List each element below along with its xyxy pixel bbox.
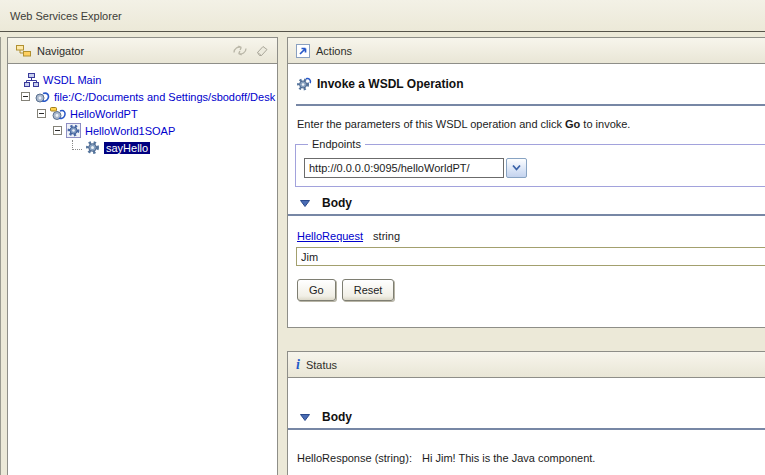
- tree-branch-connector: [72, 140, 82, 150]
- collapse-expander-icon[interactable]: [37, 109, 46, 118]
- window-titlebar: Web Services Explorer: [0, 0, 765, 32]
- parameter-type-label: string: [373, 230, 400, 242]
- wsdl-document-icon: [34, 90, 50, 104]
- chevron-down-icon: [511, 164, 522, 172]
- tree-item-port-type[interactable]: HelloWorldPT: [8, 105, 277, 122]
- actions-content: Invoke a WSDL Operation Enter the parame…: [288, 64, 765, 326]
- tree-item-binding[interactable]: HelloWorld1SOAP: [8, 122, 277, 139]
- actions-arrow-icon: [296, 44, 310, 58]
- response-section-rule: [288, 428, 765, 430]
- navigator-panel: Navigator: [7, 37, 278, 475]
- hello-request-link[interactable]: HelloRequest: [297, 230, 363, 242]
- status-panel: i Status Body HelloResponse (string): Hi…: [287, 351, 765, 475]
- window-title: Web Services Explorer: [10, 10, 122, 22]
- request-body-section-title: Body: [322, 196, 352, 210]
- action-buttons-row: Go Reset: [297, 279, 765, 301]
- operation-gear-icon: [85, 140, 100, 155]
- navigator-header: Navigator: [8, 38, 277, 64]
- left-edge-divider: [0, 37, 1, 475]
- body-section-rule: [288, 214, 765, 216]
- invoke-operation-heading: Invoke a WSDL Operation: [296, 76, 765, 91]
- combobox-dropdown-button[interactable]: [506, 158, 527, 178]
- actions-panel: Actions Invoke a WSDL Operation Enter th…: [287, 37, 765, 328]
- heading-rule: [296, 104, 765, 106]
- actions-title: Actions: [316, 45, 352, 57]
- launch-perspective-icon[interactable]: [232, 44, 248, 57]
- invoke-operation-title: Invoke a WSDL Operation: [317, 77, 463, 91]
- tree-label-wsdl-main[interactable]: WSDL Main: [43, 74, 101, 86]
- web-services-explorer-window: Web Services Explorer Navigator: [0, 0, 765, 475]
- port-type-icon: [50, 107, 66, 121]
- navigator-icon: [16, 44, 31, 57]
- clear-navigator-eraser-icon[interactable]: [254, 44, 269, 57]
- response-body-section-title: Body: [322, 410, 352, 424]
- response-body-section-header[interactable]: Body: [300, 410, 765, 424]
- tree-label-port-type[interactable]: HelloWorldPT: [70, 108, 138, 120]
- tree-item-wsdl-main[interactable]: WSDL Main: [8, 71, 277, 88]
- endpoints-legend: Endpoints: [308, 138, 365, 150]
- invoke-operation-gear-icon: [296, 76, 312, 91]
- actions-header: Actions: [288, 38, 765, 64]
- status-title: Status: [306, 359, 337, 371]
- status-header: i Status: [288, 352, 765, 378]
- tree-label-wsdl-file[interactable]: file:/C:/Documents and Settings/sbodoff/…: [54, 91, 275, 103]
- hello-request-input[interactable]: [296, 247, 765, 266]
- collapse-triangle-icon[interactable]: [300, 199, 310, 208]
- instruction-text: Enter the parameters of this WSDL operat…: [297, 118, 765, 130]
- go-button[interactable]: Go: [297, 279, 336, 301]
- status-content: Body HelloResponse (string): Hi Jim! Thi…: [288, 378, 765, 475]
- binding-icon: [66, 123, 81, 138]
- instruction-pre: Enter the parameters of this WSDL operat…: [297, 118, 565, 130]
- endpoint-selected-value[interactable]: http://0.0.0.0:9095/helloWorldPT/: [304, 158, 504, 178]
- endpoint-combobox[interactable]: http://0.0.0.0:9095/helloWorldPT/: [304, 158, 527, 178]
- instruction-post: to invoke.: [580, 118, 630, 130]
- response-value: Hi Jim! This is the Java component.: [422, 452, 595, 464]
- request-body-section-header[interactable]: Body: [300, 196, 765, 210]
- response-label: HelloResponse (string):: [297, 452, 412, 464]
- navigator-tree: WSDL Main file:/C:/Documents and Setting…: [8, 64, 277, 156]
- tree-item-wsdl-file[interactable]: file:/C:/Documents and Settings/sbodoff/…: [8, 88, 277, 105]
- collapse-triangle-icon[interactable]: [300, 413, 310, 422]
- instruction-go-emphasis: Go: [565, 118, 580, 130]
- collapse-expander-icon[interactable]: [21, 92, 30, 101]
- collapse-expander-icon[interactable]: [53, 126, 62, 135]
- tree-item-operation[interactable]: sayHello: [8, 139, 277, 156]
- tree-label-binding[interactable]: HelloWorld1SOAP: [85, 125, 175, 137]
- wsdl-main-icon: [24, 73, 39, 87]
- endpoints-fieldset: Endpoints http://0.0.0.0:9095/helloWorld…: [295, 138, 765, 187]
- tree-label-operation-selected[interactable]: sayHello: [104, 142, 150, 154]
- reset-button[interactable]: Reset: [342, 279, 395, 301]
- response-line: HelloResponse (string): Hi Jim! This is …: [297, 452, 765, 464]
- request-parameter-line: HelloRequest string: [297, 230, 765, 242]
- navigator-title: Navigator: [37, 45, 84, 57]
- info-icon: i: [296, 358, 300, 372]
